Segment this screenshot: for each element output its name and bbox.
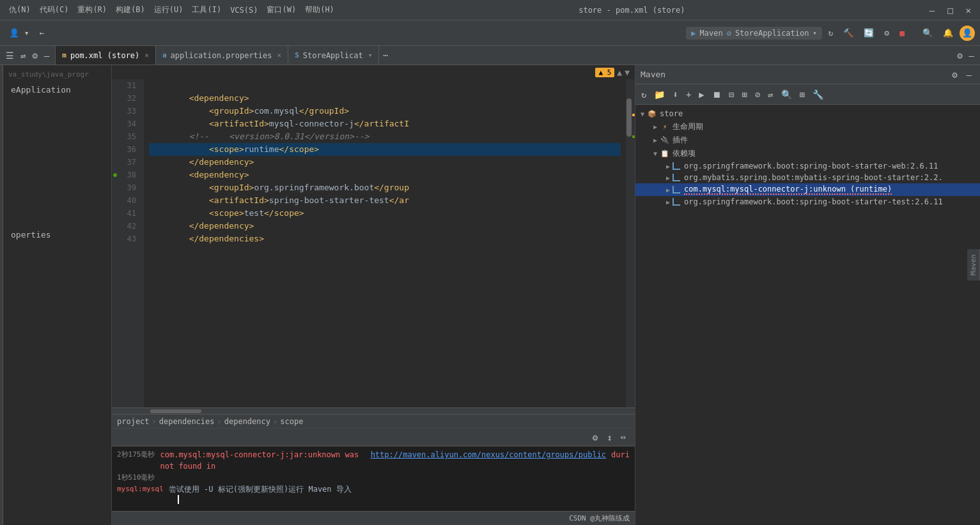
warning-nav-down[interactable]: ▼ <box>625 68 630 77</box>
menu-item-tools[interactable]: 工具(I) <box>188 3 225 17</box>
app-window: 仇(N) 代码(C) 重构(R) 构建(B) 运行(U) 工具(I) VCS(S… <box>0 0 980 525</box>
tab-store-arrow[interactable]: ▾ <box>368 51 373 59</box>
tab-minimize-icon[interactable]: — <box>967 49 976 62</box>
bottom-wrap-btn[interactable]: ↕ <box>603 430 615 445</box>
dep1-arrow[interactable]: ▶ <box>666 163 670 170</box>
h-scrollbar-thumb[interactable] <box>150 409 201 413</box>
maximize-button[interactable]: □ <box>944 4 956 17</box>
minimize-button[interactable]: — <box>926 4 938 17</box>
left-nav-sidebar: va_study\java_progr eApplication opertie… <box>3 65 112 525</box>
maven-folder-btn[interactable]: 📁 <box>651 88 668 102</box>
maven-side-label[interactable]: Maven <box>967 249 980 280</box>
profile-button[interactable]: 👤 ▾ <box>5 26 33 40</box>
tree-lifecycle[interactable]: ▶ ⚡ 生命周期 <box>635 120 980 133</box>
maven-search-btn2[interactable]: 🔍 <box>778 88 795 102</box>
log-timestamp-1: 2秒175毫秒 <box>117 449 155 460</box>
avatar-button[interactable]: 👤 <box>960 26 975 41</box>
warning-badge[interactable]: ▲ 5 <box>595 68 614 77</box>
toggle-sidebar-button[interactable]: ☰ <box>4 49 16 62</box>
menu-item-code[interactable]: 代码(C) <box>36 3 73 17</box>
root-arrow[interactable]: ▼ <box>641 110 644 118</box>
dep2-arrow[interactable]: ▶ <box>666 174 670 181</box>
dep3-arrow[interactable]: ▶ <box>666 186 670 194</box>
breadcrumb-dependency[interactable]: dependency <box>224 417 270 426</box>
stop-button[interactable]: ■ <box>896 26 908 40</box>
tree-root-store[interactable]: ▼ 📦 store <box>635 107 980 120</box>
dep3-bar <box>673 186 681 194</box>
horizontal-scrollbar[interactable] <box>112 407 635 414</box>
sync-button[interactable]: 🔄 <box>860 26 878 40</box>
menu-item-refactor[interactable]: 重构(R) <box>74 3 111 17</box>
status-text: CSDN @丸神陈练成 <box>569 514 630 523</box>
settings-button[interactable]: ⚙ <box>880 26 893 40</box>
tab-bar: ☰ ⇌ ⚙ — m pom.xml (store) ✕ a applicatio… <box>0 46 980 65</box>
toggle-sidebar2-button[interactable]: ⇌ <box>19 49 27 62</box>
tab-pom-xml[interactable]: m pom.xml (store) ✕ <box>56 46 156 65</box>
tab-props-label: application.properties <box>171 51 272 60</box>
back-button[interactable]: ← <box>36 26 49 40</box>
tab-app-properties[interactable]: a application.properties ✕ <box>156 46 288 65</box>
scrollbar-thumb[interactable] <box>626 98 632 137</box>
maven-download-btn[interactable]: ⬇ <box>669 88 681 102</box>
log-link-1[interactable]: http://maven.aliyun.com/nexus/content/gr… <box>371 449 606 460</box>
tree-deps[interactable]: ▼ 📋 依赖项 <box>635 147 980 160</box>
breadcrumb-project[interactable]: project <box>117 417 150 426</box>
deps-arrow[interactable]: ▼ <box>653 150 657 157</box>
menu-item-help[interactable]: 帮助(H) <box>301 3 338 17</box>
editor-scrollbar[interactable] <box>626 79 635 407</box>
code-line-37: </dependency> <box>149 156 621 169</box>
maven-minimize-btn[interactable]: — <box>963 68 975 82</box>
tab-overflow-button[interactable]: ⋯ <box>379 46 392 65</box>
breadcrumb-dependencies[interactable]: dependencies <box>159 417 215 426</box>
tree-plugins[interactable]: ▶ 🔌 插件 <box>635 133 980 147</box>
editor-column: ▲ 5 ▲ ▼ 31 32 33 34 35 36 37 <box>112 65 635 525</box>
maven-run-btn[interactable]: ▶ <box>696 88 707 102</box>
maven-add-btn[interactable]: + <box>683 88 694 102</box>
menu-item-build[interactable]: 构建(B) <box>112 3 149 17</box>
breadcrumb-scope[interactable]: scope <box>280 417 303 426</box>
maven-expand-btn[interactable]: ⊞ <box>738 88 750 102</box>
tab-store-app[interactable]: S StoreApplicat ▾ <box>288 46 379 65</box>
sidebar-properties-item[interactable]: operties <box>3 226 111 243</box>
maven-settings-btn[interactable]: ⚙ <box>949 68 960 82</box>
maven-collapse-btn[interactable]: ⊟ <box>726 88 737 102</box>
close-button[interactable]: ✕ <box>962 4 975 17</box>
gutter-run-icon[interactable]: ● <box>113 169 117 181</box>
tab-settings-icon[interactable]: ⚙ <box>955 49 964 62</box>
menu-bar: 仇(N) 代码(C) 重构(R) 构建(B) 运行(U) 工具(I) VCS(S… <box>5 3 338 17</box>
code-content[interactable]: <dependency> <groupId>com.mysql</groupId… <box>144 79 626 407</box>
refresh-button[interactable]: ↻ <box>825 26 837 40</box>
menu-item-vcs[interactable]: VCS(S) <box>226 4 261 16</box>
bottom-settings-btn[interactable]: ⚙ <box>589 430 601 445</box>
tab-pom-close[interactable]: ✕ <box>144 51 149 59</box>
maven-toggle-btn[interactable]: ⇌ <box>765 88 776 102</box>
run-config-label: Maven <box>700 29 723 38</box>
search-button[interactable]: 🔍 <box>919 26 937 40</box>
tree-dep-1[interactable]: ▶ org.springframework.boot:spring-boot-s… <box>635 160 980 172</box>
run-configuration[interactable]: ▶ Maven ⚙ StoreApplication ▾ <box>686 27 821 40</box>
minimize-sidebar-icon[interactable]: — <box>42 49 51 62</box>
maven-wrench-btn[interactable]: 🔧 <box>809 88 827 102</box>
dep1-bar <box>673 162 681 170</box>
menu-item-run[interactable]: 运行(U) <box>150 3 187 17</box>
warning-nav-up[interactable]: ▲ <box>617 68 622 77</box>
plugins-arrow[interactable]: ▶ <box>653 137 657 144</box>
maven-stop-btn2[interactable]: ⏹ <box>709 88 724 102</box>
tree-dep-4[interactable]: ▶ org.springframework.boot:spring-boot-s… <box>635 196 980 208</box>
hammer-button[interactable]: 🔨 <box>839 26 857 40</box>
tree-dep-2[interactable]: ▶ org.mybatis.spring.boot:mybatis-spring… <box>635 172 980 183</box>
menu-item-window[interactable]: 窗口(W) <box>263 3 300 17</box>
settings-icon[interactable]: ⚙ <box>30 49 39 62</box>
dep4-arrow[interactable]: ▶ <box>666 199 670 206</box>
maven-align-btn[interactable]: ⊞ <box>797 88 808 102</box>
tab-props-close[interactable]: ✕ <box>277 51 282 59</box>
sidebar-eapplication-item[interactable]: eApplication <box>3 81 111 98</box>
maven-skip-btn[interactable]: ⊘ <box>752 88 763 102</box>
menu-item-n[interactable]: 仇(N) <box>5 3 35 17</box>
notification-button[interactable]: 🔔 <box>939 26 957 40</box>
tree-dep-3[interactable]: ▶ com.mysql:mysql-connector-j:unknown (r… <box>635 183 980 196</box>
maven-refresh-btn[interactable]: ↻ <box>638 88 649 102</box>
breadcrumb-sep1: › <box>152 417 157 426</box>
lifecycle-arrow[interactable]: ▶ <box>653 123 657 130</box>
bottom-scroll-btn[interactable]: ⇕ <box>617 431 631 443</box>
